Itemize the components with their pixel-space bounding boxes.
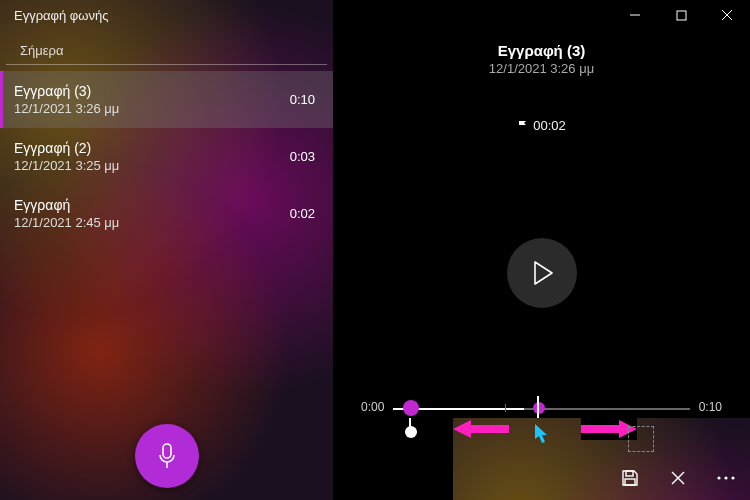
close-icon xyxy=(670,470,686,486)
svg-point-16 xyxy=(731,476,734,479)
svg-rect-0 xyxy=(163,444,171,458)
detail-panel: Εγγραφή (3) 12/1/2021 3:26 μμ 00:02 0:00… xyxy=(333,0,750,500)
timeline-end-label: 0:10 xyxy=(699,400,722,414)
recording-duration: 0:02 xyxy=(290,206,315,221)
save-icon xyxy=(621,469,639,487)
record-button[interactable] xyxy=(135,424,199,488)
recording-duration: 0:03 xyxy=(290,149,315,164)
microphone-icon xyxy=(155,442,179,470)
recording-duration: 0:10 xyxy=(290,92,315,107)
recording-name: Εγγραφή xyxy=(14,197,119,213)
svg-rect-10 xyxy=(626,471,633,476)
recording-name: Εγγραφή (2) xyxy=(14,140,119,156)
trim-preview-box xyxy=(628,426,654,452)
minimize-button[interactable] xyxy=(612,0,658,30)
play-button[interactable] xyxy=(507,238,577,308)
recording-date: 12/1/2021 2:45 μμ xyxy=(14,215,119,230)
close-button[interactable] xyxy=(704,0,750,30)
trim-start-knob[interactable] xyxy=(405,426,417,438)
save-button[interactable] xyxy=(606,456,654,500)
trim-end-handle[interactable] xyxy=(533,402,545,414)
more-button[interactable] xyxy=(702,456,750,500)
play-icon xyxy=(530,260,554,286)
svg-marker-7 xyxy=(453,420,509,438)
flag-icon xyxy=(517,120,529,132)
svg-rect-3 xyxy=(677,11,686,20)
svg-point-15 xyxy=(724,476,727,479)
recording-name: Εγγραφή (3) xyxy=(14,83,119,99)
recording-item[interactable]: Εγγραφή (3) 12/1/2021 3:26 μμ 0:10 xyxy=(0,71,333,128)
timeline-start-label: 0:00 xyxy=(361,400,384,414)
cancel-button[interactable] xyxy=(654,456,702,500)
maximize-button[interactable] xyxy=(658,0,704,30)
recording-date: 12/1/2021 3:26 μμ xyxy=(14,101,119,116)
recordings-panel: Εγγραφή φωνής Σήμερα Εγγραφή (3) 12/1/20… xyxy=(0,0,333,500)
marker-time: 00:02 xyxy=(333,118,750,133)
recording-item[interactable]: Εγγραφή 12/1/2021 2:45 μμ 0:02 xyxy=(0,185,333,242)
section-today: Σήμερα xyxy=(6,33,327,65)
playhead-tick xyxy=(505,404,506,412)
app-title: Εγγραφή φωνής xyxy=(0,0,333,33)
detail-title: Εγγραφή (3) xyxy=(333,42,750,59)
recording-item[interactable]: Εγγραφή (2) 12/1/2021 3:25 μμ 0:03 xyxy=(0,128,333,185)
trim-start-handle[interactable] xyxy=(403,400,419,416)
svg-rect-11 xyxy=(625,479,635,485)
window-controls xyxy=(333,0,750,30)
recording-date: 12/1/2021 3:25 μμ xyxy=(14,158,119,173)
detail-date: 12/1/2021 3:26 μμ xyxy=(333,61,750,76)
svg-marker-6 xyxy=(535,262,552,284)
svg-point-14 xyxy=(717,476,720,479)
ellipsis-icon xyxy=(716,475,736,481)
bottom-toolbar xyxy=(606,456,750,500)
